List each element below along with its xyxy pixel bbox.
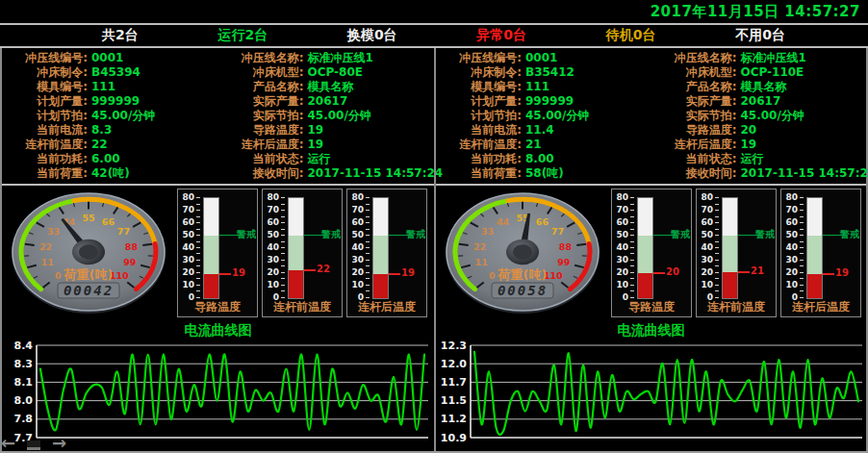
press-line-name-value: 标准冲压线1 bbox=[737, 51, 806, 64]
titlebar: 2017年11月15日 14:57:27 bbox=[0, 0, 868, 25]
info-product-name: 产品名称:模具名称 bbox=[652, 80, 866, 93]
info-label: 产品名称: bbox=[652, 80, 737, 93]
info-mold-no: 模具编号:111 bbox=[437, 80, 651, 93]
meters-row: 0112233445566778899110荷重(吨)00042 8070605… bbox=[2, 186, 434, 320]
info-label: 模具编号: bbox=[437, 80, 522, 93]
back-icon[interactable]: ← bbox=[1, 437, 15, 450]
info-plan-cycle: 计划节拍:45.00/分钟 bbox=[437, 109, 651, 122]
warn-label: 警戒 bbox=[321, 229, 341, 240]
info-plan-output: 计划产量:999999 bbox=[437, 94, 651, 108]
svg-text:88: 88 bbox=[125, 241, 139, 252]
thermometer-tube bbox=[288, 197, 304, 299]
info-label: 实际节拍: bbox=[219, 109, 304, 122]
value-marker bbox=[823, 273, 834, 275]
scale-tick: 40 bbox=[612, 242, 628, 252]
scale-tick: 10 bbox=[781, 280, 798, 289]
info-plan-output: 计划产量:999999 bbox=[3, 94, 217, 108]
info-label: 当前电流: bbox=[3, 123, 88, 137]
info-label: 导路温度: bbox=[219, 123, 304, 137]
info-label: 计划节拍: bbox=[3, 109, 88, 122]
y-axis-tick: 12.0 bbox=[441, 358, 467, 370]
chart-title: 电流曲线图 bbox=[4, 320, 432, 340]
actual-cycle-value: 45.00/分钟 bbox=[304, 109, 371, 122]
warn-label: 警戒 bbox=[237, 229, 256, 240]
info-product-name: 产品名称:模具名称 bbox=[219, 80, 434, 93]
svg-text:99: 99 bbox=[557, 257, 570, 267]
info-label: 模具编号: bbox=[3, 80, 88, 93]
meters-row: 0112233445566778899110荷重(吨)00058 8070605… bbox=[436, 186, 866, 320]
info-label: 连杆前温度: bbox=[437, 138, 522, 151]
scale-tick: 10 bbox=[612, 280, 628, 289]
mold-no-value: 111 bbox=[88, 80, 115, 93]
info-label: 冲床制令: bbox=[437, 65, 522, 79]
current-power-value: 6.00 bbox=[88, 152, 120, 165]
press-order-value: B45394 bbox=[88, 65, 140, 79]
scale-tick: 50 bbox=[612, 230, 628, 239]
status-unused: 不用0台 bbox=[735, 27, 785, 44]
tick-ruler bbox=[630, 197, 634, 298]
nav-icons: ← → bbox=[1, 437, 66, 450]
tick-ruler bbox=[196, 197, 200, 298]
current-curve-chart: 8.48.38.18.07.87.7 bbox=[4, 340, 431, 445]
info-label: 冲压线编号: bbox=[3, 51, 88, 64]
scale-tick: 20 bbox=[347, 267, 364, 277]
press-model-value: OCP-80E bbox=[304, 65, 363, 79]
scale-tick: 40 bbox=[781, 242, 798, 252]
info-column-left: 冲压线编号:0001冲床制令:B45394模具编号:111计划产量:999999… bbox=[2, 51, 218, 180]
info-label: 当前荷重: bbox=[437, 166, 522, 180]
thermometer-label: 连杆前温度 bbox=[263, 299, 342, 315]
scale-tick: 80 bbox=[263, 192, 279, 202]
thermometer-label: 连杆后温度 bbox=[781, 299, 860, 315]
scale-tick: 20 bbox=[697, 267, 713, 277]
current-load-value: 42(吨) bbox=[88, 166, 130, 180]
y-axis-tick: 11.5 bbox=[441, 394, 467, 407]
tick-ruler bbox=[281, 197, 285, 298]
thermometer-value: 20 bbox=[666, 266, 679, 278]
info-label: 冲床机型: bbox=[652, 65, 737, 79]
svg-text:99: 99 bbox=[123, 257, 136, 267]
scale-tick: 20 bbox=[781, 267, 798, 277]
y-axis-tick: 8.3 bbox=[14, 358, 34, 370]
thermometer-label: 连杆前温度 bbox=[697, 299, 776, 315]
plan-cycle-value: 45.00/分钟 bbox=[88, 109, 155, 122]
info-actual-output: 实际产量:20617 bbox=[219, 94, 434, 108]
info-rod-rear-temp: 连杆后温度:19 bbox=[219, 138, 434, 151]
status-total: 共2台 bbox=[102, 27, 139, 44]
scale-tick: 40 bbox=[178, 242, 194, 252]
gauge-odometer: 00058 bbox=[498, 283, 548, 298]
info-label: 连杆后温度: bbox=[652, 138, 737, 151]
info-current-current: 当前电流:8.3 bbox=[3, 123, 217, 137]
info-label: 计划产量: bbox=[3, 94, 88, 108]
window-icon[interactable] bbox=[27, 440, 40, 450]
scale-tick: 10 bbox=[263, 280, 279, 289]
info-actual-cycle: 实际节拍:45.00/分钟 bbox=[219, 109, 434, 122]
scale-tick: 10 bbox=[347, 280, 364, 289]
thermometer-group: 80706050403020100警戒20导路温度807060504030201… bbox=[611, 189, 861, 318]
info-press-line-name: 冲压线名称:标准冲压线1 bbox=[219, 51, 434, 64]
info-column-right: 冲压线名称:标准冲压线1冲床机型:OCP-110E产品名称:模具名称实际产量:2… bbox=[651, 51, 867, 180]
info-plan-cycle: 计划节拍:45.00/分钟 bbox=[3, 109, 217, 122]
scale-tick: 40 bbox=[347, 242, 364, 252]
current-chart-block: 电流曲线图 8.48.38.18.07.87.7 bbox=[2, 320, 434, 451]
svg-text:55: 55 bbox=[82, 213, 94, 223]
svg-text:66: 66 bbox=[102, 216, 115, 227]
info-label: 冲床机型: bbox=[219, 65, 304, 79]
info-label: 产品名称: bbox=[219, 80, 304, 93]
scale-tick: 70 bbox=[697, 205, 713, 214]
info-label: 当前功耗: bbox=[3, 152, 88, 165]
thermometer-tube bbox=[372, 197, 389, 299]
actual-output-value: 20617 bbox=[737, 94, 781, 108]
info-guide-temp: 导路温度:20 bbox=[652, 123, 866, 137]
scale-tick: 60 bbox=[697, 217, 713, 227]
thermometer-guide-temp: 80706050403020100警戒20导路温度 bbox=[611, 189, 692, 317]
info-current-status: 当前状态:运行 bbox=[652, 152, 866, 165]
svg-text:11: 11 bbox=[475, 257, 488, 267]
info-press-order: 冲床制令:B35412 bbox=[437, 65, 651, 79]
y-axis-tick: 8.0 bbox=[14, 394, 34, 407]
info-actual-cycle: 实际节拍:45.00/分钟 bbox=[652, 109, 866, 122]
forward-icon[interactable]: → bbox=[52, 437, 66, 450]
info-current-power: 当前功耗:8.00 bbox=[437, 152, 651, 165]
product-name-value: 模具名称 bbox=[737, 80, 787, 93]
warn-label: 警戒 bbox=[755, 229, 775, 240]
thermometer-value: 22 bbox=[317, 264, 330, 275]
